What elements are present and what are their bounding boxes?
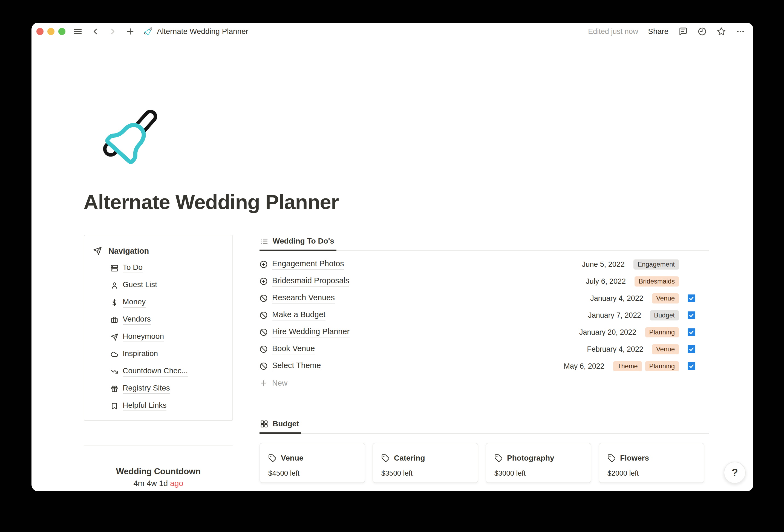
gift-icon [111,385,118,393]
new-page-icon[interactable] [125,27,135,36]
todo-date[interactable]: June 5, 2022 [582,260,625,269]
budget-card-amount: $4500 left [268,469,357,478]
todo-title-link[interactable]: Bridesmaid Proposals [272,276,349,286]
budget-card-venue[interactable]: Venue $4500 left [259,443,365,483]
sidebar-item-guest-list[interactable]: Guest List [84,277,232,294]
todo-date[interactable]: February 4, 2022 [587,345,643,354]
tab-label: Wedding To Do's [273,237,334,246]
sidebar-item-label: Registry Sites [123,384,170,394]
todo-tab-strip: Wedding To Do's [259,237,709,251]
tag-pill[interactable]: Bridesmaids [635,276,679,286]
menu-icon[interactable] [73,27,82,36]
star-icon[interactable] [717,27,726,36]
todo-checkbox[interactable] [688,362,695,370]
sidebar-item-label: Inspiration [123,349,158,359]
sidebar-item-to-do[interactable]: To Do [84,259,232,277]
tag-icon [494,454,503,462]
sidebar-item-vendors[interactable]: Vendors [84,311,232,328]
new-row-button[interactable]: New [259,375,709,392]
history-clock-icon[interactable] [698,27,707,36]
bookmark-icon [111,402,118,410]
ban-icon [259,294,268,302]
sidebar-item-label: To Do [123,263,143,273]
breadcrumb[interactable]: Alternate Wedding Planner [143,27,248,36]
briefcase-icon [111,316,118,324]
todo-checkbox[interactable] [688,311,695,319]
send-icon [111,333,118,341]
todo-title-link[interactable]: Hire Wedding Planner [272,327,349,337]
budget-card-photography[interactable]: Photography $3000 left [486,443,591,483]
todo-row: Make a Budget January 7, 2022 Budget [259,307,709,324]
todo-date[interactable]: May 6, 2022 [564,362,605,370]
todo-checkbox[interactable] [688,260,695,268]
navigation-card: Navigation To Do Guest List Money Vendor… [84,235,233,421]
cloud-icon [111,351,118,358]
page-title: Alternate Wedding Planner [83,190,339,214]
todo-checkbox[interactable] [688,278,695,285]
trending-down-icon [111,368,118,375]
budget-card-amount: $2000 left [608,469,696,478]
dollar-icon [111,299,118,307]
circle-plus-icon [259,277,268,285]
tag-pill[interactable]: Theme [613,361,642,371]
sidebar-item-honeymoon[interactable]: Honeymoon [84,328,232,346]
budget-card-title: Venue [281,454,303,463]
todo-checkbox[interactable] [688,328,695,336]
sidebar-item-countdown-checklist[interactable]: Countdown Chec... [84,363,232,380]
budget-tab-strip: Budget [259,420,709,434]
todo-title-link[interactable]: Book Venue [272,344,315,355]
todo-row: Book Venue February 4, 2022 Venue [259,341,709,358]
new-row-label: New [272,379,287,388]
todo-date[interactable]: July 6, 2022 [586,277,626,286]
ban-icon [259,362,268,370]
sidebar-item-inspiration[interactable]: Inspiration [84,346,232,363]
sidebar-item-registry-sites[interactable]: Registry Sites [84,380,232,397]
minimize-window-button[interactable] [47,28,54,35]
tag-pill[interactable]: Venue [652,344,679,355]
todo-date[interactable]: January 4, 2022 [590,294,643,303]
sidebar-item-label: Helpful Links [123,401,166,411]
app-window: Alternate Wedding Planner Edited just no… [31,23,753,491]
traffic-lights [36,28,65,35]
zoom-window-button[interactable] [58,28,65,35]
comment-icon[interactable] [678,27,688,36]
todo-title-link[interactable]: Make a Budget [272,310,326,320]
navigation-header-label: Navigation [108,247,149,256]
share-button[interactable]: Share [648,27,669,36]
todo-row: Engagement Photos June 5, 2022 Engagemen… [259,256,709,273]
tab-budget[interactable]: Budget [259,420,301,434]
budget-card-amount: $3000 left [494,469,583,478]
sidebar-item-label: Countdown Chec... [123,366,188,376]
help-button[interactable]: ? [724,462,746,483]
budget-card-flowers[interactable]: Flowers $2000 left [599,443,704,483]
back-icon[interactable] [91,27,100,36]
ellipsis-icon[interactable] [736,27,745,36]
sidebar-item-label: Vendors [123,315,151,325]
todo-title-link[interactable]: Select Theme [272,361,321,371]
todo-title-link[interactable]: Engagement Photos [272,259,344,270]
budget-card-amount: $3500 left [381,469,470,478]
todo-date[interactable]: January 20, 2022 [579,328,637,337]
tag-pill[interactable]: Planning [645,327,679,337]
budget-cards: Venue $4500 left Catering $3500 left [259,443,709,483]
todo-rows: Engagement Photos June 5, 2022 Engagemen… [259,256,709,392]
tag-pill[interactable]: Budget [650,310,679,320]
tag-pill[interactable]: Planning [645,361,679,371]
tag-pill[interactable]: Venue [652,293,679,304]
divider [84,446,233,446]
send-icon [93,247,102,255]
close-window-button[interactable] [36,28,44,35]
budget-card-catering[interactable]: Catering $3500 left [372,443,478,483]
plus-icon [259,379,268,387]
sidebar-item-helpful-links[interactable]: Helpful Links [84,397,232,415]
forward-icon[interactable] [108,27,117,36]
sidebar-item-money[interactable]: Money [84,294,232,311]
todo-checkbox[interactable] [688,295,695,302]
ban-icon [259,345,268,353]
todo-title-link[interactable]: Research Venues [272,293,335,304]
todo-checkbox[interactable] [688,345,695,353]
handbell-icon[interactable] [96,104,163,172]
tag-pill[interactable]: Engagement [634,259,679,270]
todo-date[interactable]: January 7, 2022 [588,311,641,319]
tab-wedding-to-dos[interactable]: Wedding To Do's [259,237,336,251]
